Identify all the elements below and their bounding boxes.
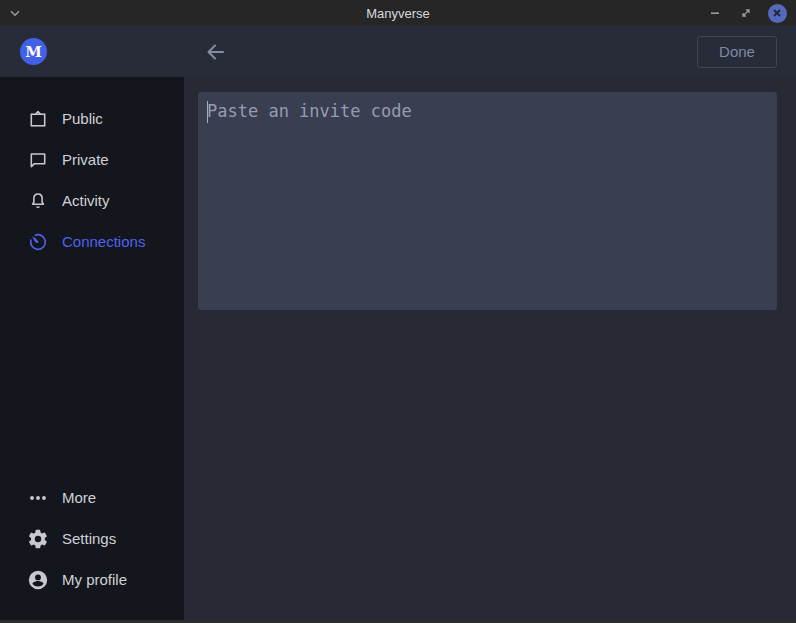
restore-icon	[738, 5, 754, 21]
back-button[interactable]	[203, 40, 227, 64]
window-controls	[705, 3, 796, 23]
invite-code-field-wrap	[198, 92, 777, 310]
done-button[interactable]: Done	[697, 36, 777, 68]
bell-icon	[27, 190, 49, 212]
bulletin-board-icon	[27, 108, 49, 130]
app-body: Public Private Activity Connections	[0, 77, 796, 620]
sidebar-spacer	[0, 262, 184, 477]
gauge-icon	[27, 231, 49, 253]
close-icon	[768, 4, 787, 23]
sidebar-item-label: My profile	[62, 571, 127, 588]
manyverse-logo: M	[20, 38, 47, 65]
sidebar: Public Private Activity Connections	[0, 77, 184, 620]
sidebar-item-public[interactable]: Public	[0, 98, 184, 139]
person-circle-icon	[27, 569, 49, 591]
titlebar: Manyverse	[0, 0, 796, 26]
arrow-left-icon	[203, 40, 227, 64]
window-title: Manyverse	[0, 6, 796, 21]
logo-column: M	[0, 38, 184, 65]
sidebar-item-connections[interactable]: Connections	[0, 221, 184, 262]
sidebar-item-private[interactable]: Private	[0, 139, 184, 180]
sidebar-item-settings[interactable]: Settings	[0, 518, 184, 559]
sidebar-item-label: More	[62, 489, 96, 506]
window-menu-button[interactable]	[7, 5, 23, 21]
restore-button[interactable]	[736, 3, 756, 23]
minimize-button[interactable]	[705, 3, 725, 23]
main-content	[184, 77, 796, 620]
sidebar-item-label: Private	[62, 151, 109, 168]
app-header: M Done	[0, 26, 796, 77]
sidebar-item-label: Connections	[62, 233, 145, 250]
sidebar-item-label: Public	[62, 110, 103, 127]
message-bubble-icon	[27, 149, 49, 171]
sidebar-item-more[interactable]: More	[0, 477, 184, 518]
minimize-icon	[707, 5, 723, 21]
gear-icon	[27, 528, 49, 550]
sidebar-item-label: Settings	[62, 530, 116, 547]
sidebar-item-my-profile[interactable]: My profile	[0, 559, 184, 600]
app-window: Manyverse M	[0, 0, 796, 623]
close-button[interactable]	[767, 3, 787, 23]
sidebar-item-activity[interactable]: Activity	[0, 180, 184, 221]
ellipsis-icon	[27, 487, 49, 509]
invite-code-input[interactable]	[198, 92, 777, 310]
chevron-down-icon	[7, 5, 23, 21]
sidebar-item-label: Activity	[62, 192, 110, 209]
